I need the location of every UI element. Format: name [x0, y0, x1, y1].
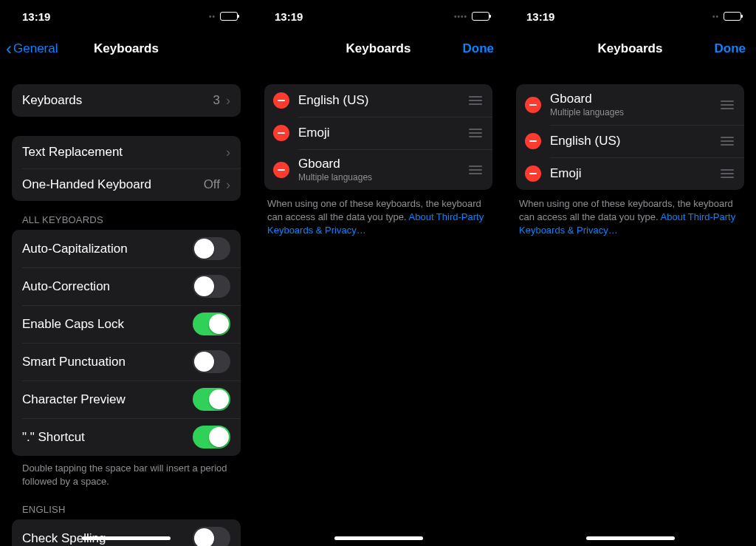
- status-bar: 13:19 ••••: [252, 0, 504, 33]
- list-item-text: English (US): [550, 134, 712, 149]
- chevron-left-icon: ‹: [6, 40, 12, 58]
- toggle-switch[interactable]: [193, 527, 230, 546]
- list-item-label: English (US): [298, 93, 368, 107]
- privacy-footer: When using one of these keyboards, the k…: [504, 190, 756, 238]
- delete-icon[interactable]: [525, 133, 541, 149]
- toggle-label: Smart Punctuation: [22, 355, 193, 369]
- toggle-label: "." Shortcut: [22, 430, 193, 445]
- nav-bar: ‹ General Keyboards: [0, 33, 252, 65]
- row-detail: 3: [213, 93, 220, 108]
- toggle-switch[interactable]: [193, 313, 230, 335]
- chevron-right-icon: ›: [226, 178, 230, 191]
- list-item-label: Gboard: [550, 92, 592, 106]
- toggle-label: Enable Caps Lock: [22, 317, 193, 332]
- toggle-label: Auto-Correction: [22, 279, 193, 294]
- section-header-all-keyboards: ALL KEYBOARDS: [0, 201, 252, 230]
- signal-icon: ••: [712, 13, 719, 21]
- delete-icon[interactable]: [273, 162, 289, 178]
- section-footer-shortcut: Double tapping the space bar will insert…: [0, 456, 252, 491]
- list-item-label: Emoji: [550, 166, 582, 180]
- list-item-label: Gboard: [298, 157, 340, 171]
- list-item-text: Emoji: [550, 166, 712, 181]
- toggle-row: Auto-Capitalization: [12, 230, 241, 267]
- keyboard-list-item[interactable]: Emoji: [516, 157, 744, 190]
- toggle-switch[interactable]: [193, 426, 230, 448]
- keyboard-list-item[interactable]: GboardMultiple languages: [516, 84, 744, 125]
- reorder-grip-icon[interactable]: [719, 137, 735, 146]
- delete-icon[interactable]: [525, 97, 541, 113]
- page-title: Keyboards: [598, 41, 663, 56]
- page-title: Keyboards: [346, 41, 411, 56]
- toggle-label: Character Preview: [22, 392, 193, 407]
- battery-icon: [220, 12, 238, 21]
- text-replacement-row[interactable]: Text Replacement ›: [12, 136, 241, 168]
- row-detail: Off: [204, 177, 220, 192]
- reorder-grip-icon[interactable]: [719, 169, 735, 178]
- keyboards-row[interactable]: Keyboards 3 ›: [12, 84, 241, 117]
- row-label: Text Replacement: [22, 145, 220, 160]
- list-item-text: English (US): [298, 93, 460, 108]
- status-right: ••••: [454, 12, 489, 21]
- page-title: Keyboards: [94, 41, 159, 56]
- toggle-label: Auto-Capitalization: [22, 242, 193, 256]
- section-header-english: ENGLISH: [0, 491, 252, 519]
- phone-1: 13:19 •• ‹ General Keyboards Keyboards 3…: [0, 0, 252, 546]
- back-button[interactable]: ‹ General: [6, 40, 58, 58]
- toggle-row: Enable Caps Lock: [12, 305, 241, 343]
- done-button[interactable]: Done: [715, 41, 746, 56]
- toggle-row: Character Preview: [12, 381, 241, 418]
- keyboard-list-item[interactable]: English (US): [264, 84, 492, 117]
- toggle-row: Smart Punctuation: [12, 343, 241, 381]
- toggle-switch[interactable]: [193, 388, 230, 411]
- toggle-row: Check Spelling: [12, 519, 241, 546]
- battery-icon: [472, 12, 489, 21]
- phone-2: 13:19 •••• Keyboards Done English (US)Em…: [252, 0, 504, 546]
- home-indicator[interactable]: [334, 536, 423, 540]
- toggle-switch[interactable]: [193, 350, 230, 373]
- reorder-grip-icon[interactable]: [467, 129, 484, 137]
- toggle-row: Auto-Correction: [12, 267, 241, 305]
- nav-bar: Keyboards Done: [252, 33, 504, 65]
- chevron-right-icon: ›: [226, 94, 230, 107]
- done-button[interactable]: Done: [463, 41, 495, 56]
- row-label: Keyboards: [22, 93, 213, 108]
- delete-icon[interactable]: [273, 125, 289, 141]
- status-time: 13:19: [22, 10, 50, 23]
- nav-bar: Keyboards Done: [504, 33, 756, 65]
- toggle-row: "." Shortcut: [12, 418, 241, 456]
- home-indicator[interactable]: [586, 536, 675, 540]
- signal-icon: ••: [209, 13, 216, 21]
- keyboard-list-item[interactable]: English (US): [516, 125, 744, 157]
- delete-icon[interactable]: [525, 165, 541, 182]
- delete-icon[interactable]: [273, 92, 289, 109]
- list-item-text: GboardMultiple languages: [550, 92, 712, 117]
- status-right: ••: [712, 12, 741, 21]
- status-time: 13:19: [275, 10, 303, 23]
- list-item-text: Emoji: [298, 126, 460, 140]
- phone-3: 13:19 •• Keyboards Done GboardMultiple l…: [504, 0, 756, 546]
- row-label: One-Handed Keyboard: [22, 177, 204, 192]
- back-label: General: [13, 41, 58, 56]
- toggle-switch[interactable]: [193, 275, 230, 298]
- home-indicator[interactable]: [82, 536, 171, 540]
- reorder-grip-icon[interactable]: [719, 100, 735, 109]
- keyboard-list-item[interactable]: GboardMultiple languages: [264, 149, 492, 190]
- reorder-grip-icon[interactable]: [467, 96, 484, 105]
- status-time: 13:19: [526, 10, 554, 23]
- list-item-label: Emoji: [298, 126, 330, 140]
- status-right: ••: [209, 12, 238, 21]
- list-item-subtitle: Multiple languages: [298, 172, 460, 182]
- status-bar: 13:19 ••: [0, 0, 252, 33]
- list-item-text: GboardMultiple languages: [298, 157, 460, 182]
- keyboard-list-item[interactable]: Emoji: [264, 117, 492, 149]
- battery-icon: [724, 12, 741, 21]
- list-item-label: English (US): [550, 134, 620, 148]
- status-bar: 13:19 ••: [504, 0, 756, 33]
- signal-icon: ••••: [454, 13, 467, 21]
- one-handed-row[interactable]: One-Handed Keyboard Off ›: [12, 168, 241, 201]
- reorder-grip-icon[interactable]: [467, 165, 484, 174]
- list-item-subtitle: Multiple languages: [550, 107, 712, 117]
- privacy-footer: When using one of these keyboards, the k…: [252, 190, 504, 238]
- chevron-right-icon: ›: [226, 146, 230, 159]
- toggle-switch[interactable]: [193, 237, 230, 260]
